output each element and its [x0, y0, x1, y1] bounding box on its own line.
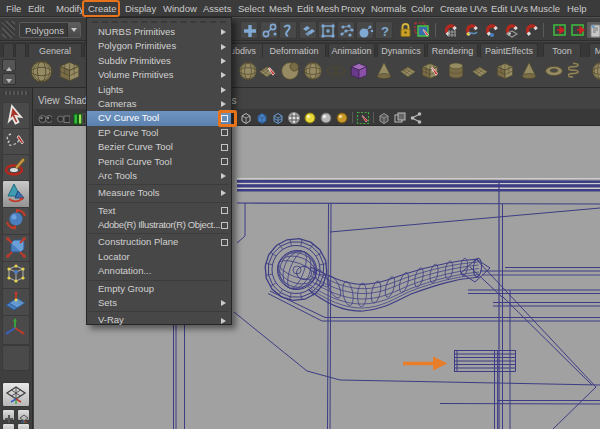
svg-text:?: ? [381, 24, 389, 39]
